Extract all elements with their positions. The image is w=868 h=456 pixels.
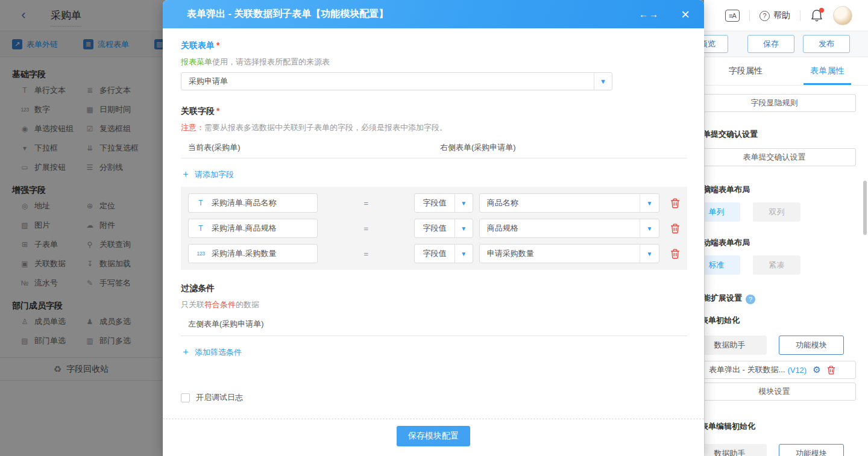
mobile-layout-standard-option[interactable]: 标准 (704, 255, 740, 275)
add-filter-text: 添加筛选条件 (195, 347, 242, 358)
mapping-row: 123采购清单.采购数量 = 字段值▼ 申请采购数量▼ (188, 244, 680, 263)
mobile-layout-label: 移动端表单布局 (704, 237, 846, 248)
module-version: (V12) (787, 366, 807, 375)
left-table-header: 当前表(采购单) (181, 142, 440, 153)
value-mode-select[interactable]: 字段值▼ (414, 244, 473, 263)
left-field-input[interactable]: T采购清单.商品规格 (188, 219, 318, 238)
function-module-button[interactable]: 功能模块 (779, 444, 844, 456)
arrow-right-icon: → (649, 9, 659, 19)
mode-value: 字段值 (415, 198, 454, 208)
publish-button[interactable]: 发布 (803, 35, 850, 53)
help-badge-icon[interactable]: ? (746, 295, 755, 304)
question-icon: ? (760, 11, 770, 21)
pc-layout-toggle: 单列 双列 (704, 202, 844, 222)
module-gear-icon[interactable]: ⚙ (813, 364, 820, 375)
number-icon: 123 (195, 251, 207, 257)
related-form-select[interactable]: 采购申请单 ▼ (181, 72, 612, 90)
plus-icon: ＋ (181, 346, 190, 358)
modal-title: 表单弹出 - 关联数据到子表单【功能模块配置】 (187, 8, 639, 20)
delete-row-icon[interactable] (670, 249, 680, 259)
related-form-value: 采购申请单 (181, 76, 594, 87)
value-mode-select[interactable]: 字段值▼ (414, 193, 473, 213)
module-settings-button[interactable]: 模块设置 (704, 383, 856, 401)
left-field-input[interactable]: T采购清单.商品名称 (188, 193, 318, 213)
related-fields-text: 关联字段 (181, 106, 215, 116)
pc-layout-double-option[interactable]: 双列 (753, 202, 800, 222)
function-module-button[interactable]: 功能模块 (779, 336, 844, 355)
target-field-select[interactable]: 商品名称▼ (479, 193, 659, 213)
notification-dot (819, 8, 824, 13)
data-assistant-button[interactable]: 数据助手 (704, 336, 767, 355)
caret-down-icon: ▼ (594, 73, 612, 90)
related-fields-note: 注意：需要从报表多选数据中关联到子表单的字段，必须是报表中添加字段。 (181, 122, 687, 133)
equals-operator: = (318, 199, 414, 208)
expand-icon[interactable]: ←→ (639, 9, 659, 19)
pc-layout-single-option[interactable]: 单列 (704, 202, 740, 222)
module-name: 表单弹出 - 关联数据... (709, 364, 785, 375)
save-button[interactable]: 保存 (747, 35, 794, 53)
caret-down-icon: ▼ (640, 219, 659, 237)
modal-body: 关联表单* 报表菜单使用，请选择报表所配置的来源表 采购申请单 ▼ 关联字段* … (163, 28, 704, 419)
arrow-left-icon: ← (639, 9, 649, 19)
required-mark: * (216, 40, 219, 50)
modal-footer: 保存模块配置 (163, 419, 704, 456)
text-icon: T (195, 224, 207, 233)
delete-row-icon[interactable] (670, 223, 680, 234)
text-icon: T (195, 199, 207, 207)
equals-operator: = (318, 224, 414, 233)
tab-form-properties[interactable]: 表单属性 (787, 57, 868, 85)
submit-confirm-label: 表单提交确认设置 (704, 129, 846, 140)
left-field-input[interactable]: 123采购清单.采购数量 (188, 244, 318, 263)
mode-value: 字段值 (415, 223, 454, 234)
debug-log-checkbox-row[interactable]: 开启调试日志 (181, 392, 687, 403)
field-visibility-rules-button[interactable]: 字段显隐规则 (704, 94, 856, 112)
left-field-value: 采购清单.商品名称 (212, 198, 277, 208)
caret-down-icon: ▼ (640, 245, 659, 263)
mobile-layout-compact-option[interactable]: 紧凑 (753, 255, 800, 275)
mapping-row: T采购清单.商品规格 = 字段值▼ 商品规格▼ (188, 219, 680, 238)
help-menu[interactable]: ? 帮助 (760, 10, 790, 21)
filter-left-form-label: 左侧表单(采购申请单) (181, 319, 687, 330)
caret-down-icon: ▼ (454, 219, 473, 237)
pc-layout-label: 电脑端表单布局 (704, 184, 846, 195)
module-trash-icon[interactable] (827, 366, 835, 375)
module-item-row[interactable]: 表单弹出 - 关联数据... (V12) ⚙ (704, 361, 856, 379)
notification-bell-icon[interactable] (810, 8, 823, 23)
helper-rest: 使用，请选择报表所配置的来源表 (212, 57, 330, 66)
language-icon[interactable]: ≡A (725, 10, 740, 22)
header-divider (800, 10, 800, 21)
modal-header: 表单弹出 - 关联数据到子表单【功能模块配置】 ←→ × (163, 0, 704, 28)
target-field-select[interactable]: 商品规格▼ (479, 219, 659, 238)
related-form-text: 关联表单 (181, 40, 215, 50)
tab-field-properties[interactable]: 字段属性 (705, 57, 787, 85)
plus-icon: ＋ (181, 168, 190, 181)
divider (181, 336, 687, 336)
caret-down-icon: ▼ (640, 194, 659, 212)
value-mode-select[interactable]: 字段值▼ (414, 219, 473, 238)
left-field-value: 采购清单.商品规格 (212, 223, 277, 234)
required-mark: * (216, 106, 219, 116)
target-value: 申请采购数量 (480, 248, 640, 259)
filter-label: 过滤条件 (181, 283, 687, 294)
avatar[interactable] (833, 6, 852, 25)
save-module-config-button[interactable]: 保存模块配置 (397, 426, 470, 446)
mobile-layout-toggle: 标准 紧凑 (704, 255, 844, 275)
target-field-select[interactable]: 申请采购数量▼ (479, 244, 659, 263)
close-icon[interactable]: × (681, 8, 690, 21)
divider (181, 158, 687, 158)
panel-scrollbar[interactable] (863, 181, 867, 235)
debug-log-checkbox[interactable] (181, 393, 190, 402)
note-text: 需要从报表多选数据中关联到子表单的字段，必须是报表中添加字段。 (204, 123, 447, 132)
add-field-link[interactable]: ＋ 请添加字段 (181, 168, 234, 181)
related-form-label: 关联表单* (181, 40, 687, 51)
properties-panel: 字段属性 表单属性 字段显隐规则 表单提交确认设置 表单提交确认设置 电脑端表单… (704, 57, 868, 456)
data-assistant-button[interactable]: 数据助手 (704, 444, 767, 456)
header-divider (749, 10, 750, 21)
delete-row-icon[interactable] (670, 198, 680, 208)
helper-pre: 只关联 (181, 300, 204, 309)
add-filter-link[interactable]: ＋ 添加筛选条件 (181, 346, 242, 358)
caret-down-icon: ▼ (454, 245, 473, 263)
submit-confirm-settings-button[interactable]: 表单提交确认设置 (704, 148, 856, 166)
related-form-helper: 报表菜单使用，请选择报表所配置的来源表 (181, 57, 687, 67)
help-label: 帮助 (773, 10, 790, 21)
